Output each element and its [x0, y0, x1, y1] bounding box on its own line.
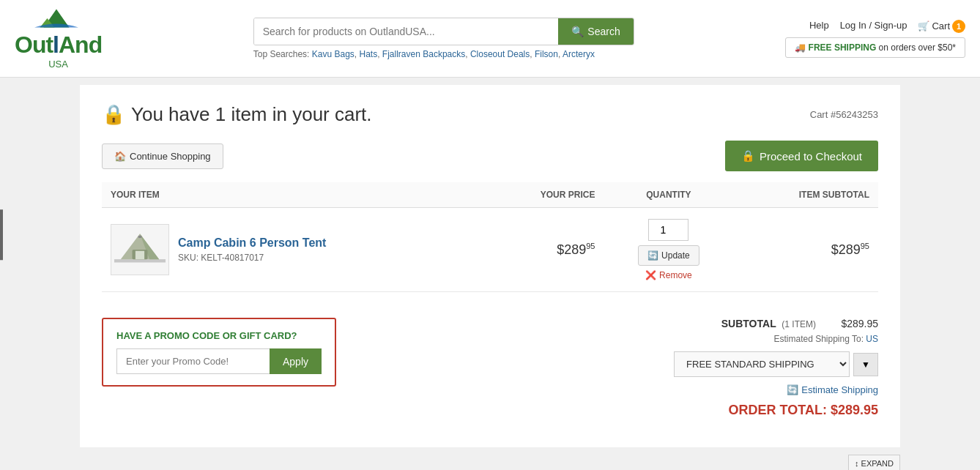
cart-count-badge: 1 — [952, 20, 965, 33]
order-total-label: ORDER TOTAL: — [729, 403, 827, 417]
item-cell: Camp Cabin 6 Person Tent SKU: KELT-40817… — [102, 208, 485, 292]
cart-link[interactable]: 🛒 Cart 1 — [918, 20, 965, 33]
est-shipping-label: Estimated Shipping To: — [773, 334, 864, 344]
remove-button[interactable]: ❌ Remove — [645, 270, 692, 280]
header: OutlAnd USA 🔍 Search Top Searches: Kavu … — [0, 0, 980, 78]
subtotal-dollars: $289 — [831, 242, 861, 257]
shipping-select[interactable]: FREE STANDARD SHIPPING — [674, 351, 850, 377]
logo-text: OutlAnd — [15, 31, 102, 59]
cart-header: 🔒 You have 1 item in your cart. Cart #56… — [102, 103, 878, 126]
logo-icon — [34, 7, 78, 29]
top-search-arcteryx[interactable]: Arcteryx — [563, 49, 595, 59]
main-content: 🔒 You have 1 item in your cart. Cart #56… — [80, 85, 900, 447]
qty-cell: 🔄 Update ❌ Remove — [604, 208, 733, 292]
subtotal-items-text: (1 ITEM) — [782, 319, 816, 329]
product-image — [111, 224, 169, 275]
remove-btn-label: Remove — [659, 270, 692, 280]
price-cents: 95 — [586, 242, 595, 250]
truck-icon: 🚚 — [795, 42, 806, 53]
top-searches: Top Searches: Kavu Bags, Hats, Fjallrave… — [253, 49, 634, 59]
price-cell: $28995 — [485, 208, 604, 292]
refresh-icon-2: 🔄 — [787, 384, 798, 395]
search-area: 🔍 Search Top Searches: Kavu Bags, Hats, … — [253, 18, 634, 59]
cart-icon: 🛒 — [918, 20, 929, 31]
product-cell: Camp Cabin 6 Person Tent SKU: KELT-40817… — [111, 224, 476, 275]
tent-image-svg — [114, 228, 166, 272]
product-name-link[interactable]: Camp Cabin 6 Person Tent — [178, 236, 326, 249]
search-input[interactable] — [254, 18, 559, 45]
est-shipping-country[interactable]: US — [866, 334, 878, 344]
subtotal-label-text: SUBTOTAL — [721, 318, 776, 329]
subtotal-label: SUBTOTAL (1 ITEM) — [721, 318, 816, 329]
logo-sub: USA — [15, 59, 102, 70]
top-search-filson[interactable]: Filson — [535, 49, 558, 59]
free-shipping-suffix: on orders over $50* — [879, 42, 956, 53]
quantity-input[interactable] — [648, 219, 688, 241]
refresh-icon: 🔄 — [647, 250, 658, 261]
table-row: Camp Cabin 6 Person Tent SKU: KELT-40817… — [102, 208, 878, 292]
expand-button[interactable]: ↕ EXPAND — [848, 455, 900, 470]
checkout-btn-label: Proceed to Checkout — [760, 150, 862, 163]
col-qty-header: QUANTITY — [604, 182, 733, 208]
expand-label: EXPAND — [861, 459, 894, 468]
col-price-header: YOUR PRICE — [485, 182, 604, 208]
svg-rect-6 — [136, 251, 144, 259]
shipping-select-row: FREE STANDARD SHIPPING ▼ — [644, 351, 878, 377]
feedback-tab[interactable]: Feedback — [0, 210, 3, 261]
home-icon: 🏠 — [114, 151, 126, 162]
free-shipping-banner: 🚚 FREE SHIPPING on orders over $50* — [785, 37, 965, 58]
product-info: Camp Cabin 6 Person Tent SKU: KELT-40817… — [178, 236, 326, 263]
svg-rect-2 — [114, 259, 166, 262]
cart-label: Cart — [932, 20, 950, 31]
estimate-btn-label: Estimate Shipping — [801, 384, 878, 395]
free-shipping-text: FREE SHIPPING — [809, 42, 877, 53]
cart-table-body: Camp Cabin 6 Person Tent SKU: KELT-40817… — [102, 208, 878, 292]
search-btn-label: Search — [587, 26, 620, 37]
price-dollars: $289 — [557, 242, 586, 257]
lock-icon-checkout: 🔒 — [741, 149, 755, 163]
header-links: Help Log In / Sign-up 🛒 Cart 1 — [809, 20, 965, 33]
lock-icon: 🔒 — [102, 103, 125, 126]
help-link[interactable]: Help — [809, 20, 829, 33]
promo-label: HAVE A PROMO CODE OR GIFT CARD? — [116, 330, 322, 341]
bottom-section: HAVE A PROMO CODE OR GIFT CARD? Apply SU… — [102, 307, 878, 418]
cart-table: YOUR ITEM YOUR PRICE QUANTITY ITEM SUBTO… — [102, 182, 878, 292]
continue-shopping-button[interactable]: 🏠 Continue Shopping — [102, 143, 223, 169]
top-searches-label: Top Searches: — [253, 49, 310, 59]
cart-actions: 🏠 Continue Shopping 🔒 Proceed to Checkou… — [102, 141, 878, 171]
product-sku: SKU: KELT-40817017 — [178, 253, 326, 263]
shipping-dropdown-button[interactable]: ▼ — [853, 353, 878, 376]
order-summary: SUBTOTAL (1 ITEM) $289.95 Estimated Ship… — [644, 318, 878, 418]
subtotal-cell: $28995 — [733, 208, 878, 292]
promo-code-input[interactable] — [116, 348, 270, 374]
expand-icon: ↕ — [855, 459, 859, 468]
search-icon: 🔍 — [571, 26, 584, 37]
login-link[interactable]: Log In / Sign-up — [840, 20, 907, 33]
subtotal-cents: 95 — [861, 242, 869, 250]
cart-number: Cart #56243253 — [810, 109, 878, 120]
svg-point-7 — [138, 236, 141, 239]
continue-btn-label: Continue Shopping — [130, 151, 211, 162]
est-shipping: Estimated Shipping To: US — [644, 334, 878, 344]
order-total-value: $289.95 — [831, 403, 878, 417]
order-total: ORDER TOTAL: $289.95 — [644, 403, 878, 418]
update-button[interactable]: 🔄 Update — [638, 245, 699, 266]
top-search-hats[interactable]: Hats — [359, 49, 377, 59]
proceed-checkout-button[interactable]: 🔒 Proceed to Checkout — [725, 141, 878, 171]
top-search-fjallraven[interactable]: Fjallraven Backpacks — [382, 49, 465, 59]
apply-button[interactable]: Apply — [270, 348, 322, 374]
top-search-kavu[interactable]: Kavu Bags — [312, 49, 354, 59]
update-btn-label: Update — [661, 250, 690, 261]
remove-icon: ❌ — [645, 270, 656, 280]
logo-area: OutlAnd USA — [15, 7, 102, 70]
search-button[interactable]: 🔍 Search — [558, 18, 633, 45]
cart-title: 🔒 You have 1 item in your cart. — [102, 103, 372, 126]
subtotal-value: $289.95 — [827, 318, 878, 329]
top-search-closeout[interactable]: Closeout Deals — [470, 49, 530, 59]
estimate-shipping-button[interactable]: 🔄 Estimate Shipping — [644, 384, 878, 395]
sku-label: SKU: — [178, 253, 198, 263]
logo-wrapper: OutlAnd USA — [15, 7, 102, 70]
header-right: Help Log In / Sign-up 🛒 Cart 1 🚚 FREE SH… — [785, 20, 965, 58]
cart-table-head: YOUR ITEM YOUR PRICE QUANTITY ITEM SUBTO… — [102, 182, 878, 208]
search-row: 🔍 Search — [253, 18, 634, 45]
